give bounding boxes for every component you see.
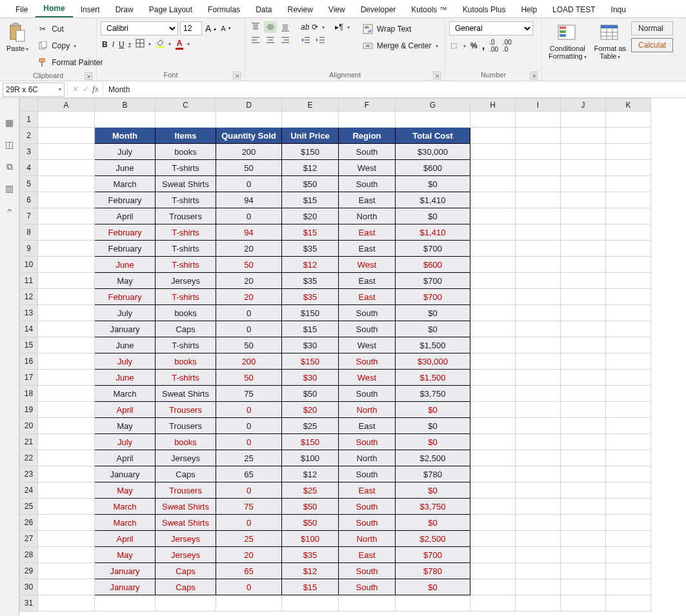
cell[interactable]: [516, 386, 561, 402]
tab-review[interactable]: Review: [279, 1, 320, 17]
row-header[interactable]: 5: [20, 176, 38, 192]
cell[interactable]: $0: [396, 176, 470, 192]
formula-bar[interactable]: Month: [103, 85, 686, 94]
cell[interactable]: [606, 595, 651, 611]
cell[interactable]: Jerseys: [156, 273, 216, 289]
cell[interactable]: [606, 305, 651, 321]
cell[interactable]: South: [339, 563, 396, 579]
cell[interactable]: [38, 224, 95, 241]
cell[interactable]: June: [95, 370, 156, 386]
cancel-formula-icon[interactable]: ✕: [72, 84, 78, 94]
tab-load-test[interactable]: LOAD TEST: [545, 1, 603, 17]
tab-file[interactable]: File: [8, 1, 35, 17]
cell[interactable]: [470, 499, 516, 515]
cell[interactable]: [38, 563, 95, 579]
cell[interactable]: [516, 482, 561, 499]
cell[interactable]: $35: [282, 241, 339, 257]
cell[interactable]: $0: [396, 482, 470, 499]
cell[interactable]: [516, 128, 561, 144]
cell[interactable]: $100: [282, 531, 339, 547]
cell[interactable]: East: [339, 192, 396, 208]
cell[interactable]: [470, 176, 516, 192]
cell[interactable]: [516, 112, 561, 128]
col-header-D[interactable]: D: [216, 99, 282, 112]
cell[interactable]: South: [339, 353, 396, 370]
cell[interactable]: 0: [216, 434, 282, 450]
cell[interactable]: T-shirts: [156, 241, 216, 257]
cell[interactable]: [561, 257, 606, 273]
select-all-corner[interactable]: [20, 99, 38, 112]
font-color-button[interactable]: A▾: [174, 38, 192, 50]
cell[interactable]: [470, 402, 516, 418]
cell[interactable]: East: [339, 273, 396, 289]
cell[interactable]: [606, 402, 651, 418]
cell[interactable]: $700: [396, 241, 470, 257]
cell[interactable]: [561, 434, 606, 450]
cell[interactable]: $2,500: [396, 531, 470, 547]
cell[interactable]: [38, 402, 95, 418]
cell[interactable]: February: [95, 241, 156, 257]
tab-draw[interactable]: Draw: [108, 1, 141, 17]
cell[interactable]: [470, 563, 516, 579]
accounting-format-button[interactable]: ⬚▾: [449, 40, 467, 52]
cell[interactable]: Caps: [156, 466, 216, 482]
cell[interactable]: [38, 515, 95, 531]
cell[interactable]: [561, 321, 606, 337]
cell[interactable]: [470, 434, 516, 450]
tab-view[interactable]: View: [321, 1, 353, 17]
cell[interactable]: $0: [396, 434, 470, 450]
cell[interactable]: [606, 579, 651, 595]
cell[interactable]: [561, 563, 606, 579]
cell[interactable]: T-shirts: [156, 192, 216, 208]
cell[interactable]: $35: [282, 547, 339, 563]
cell[interactable]: [606, 321, 651, 337]
cell[interactable]: East: [339, 482, 396, 499]
cell[interactable]: 94: [216, 192, 282, 208]
cell[interactable]: [561, 515, 606, 531]
increase-indent-button[interactable]: [314, 34, 327, 46]
cell[interactable]: [470, 144, 516, 160]
cell[interactable]: [470, 450, 516, 466]
cell[interactable]: [470, 418, 516, 434]
cell[interactable]: April: [95, 450, 156, 466]
cell[interactable]: T-shirts: [156, 224, 216, 241]
name-box[interactable]: 29R x 6C▾: [3, 83, 65, 97]
cell[interactable]: [38, 112, 95, 128]
row-header[interactable]: 27: [20, 531, 38, 547]
cell[interactable]: [561, 208, 606, 224]
cell[interactable]: 20: [216, 289, 282, 305]
cell[interactable]: Region: [339, 128, 396, 144]
cell[interactable]: Sweat Shirts: [156, 176, 216, 192]
cell[interactable]: South: [339, 386, 396, 402]
col-header-H[interactable]: H: [470, 99, 516, 112]
cell[interactable]: 0: [216, 402, 282, 418]
cell[interactable]: [606, 482, 651, 499]
cell[interactable]: $15: [282, 224, 339, 241]
cell[interactable]: $15: [282, 579, 339, 595]
align-top-button[interactable]: [249, 21, 262, 33]
cell[interactable]: [606, 563, 651, 579]
col-header-C[interactable]: C: [156, 99, 216, 112]
cell[interactable]: [38, 208, 95, 224]
dialog-launcher-icon[interactable]: ⇲: [85, 72, 92, 80]
cell[interactable]: [38, 192, 95, 208]
cell[interactable]: [516, 499, 561, 515]
cell[interactable]: [339, 112, 396, 128]
cell[interactable]: [470, 273, 516, 289]
cell[interactable]: [339, 595, 396, 611]
row-header[interactable]: 20: [20, 418, 38, 434]
cell[interactable]: [561, 531, 606, 547]
row-header[interactable]: 26: [20, 515, 38, 531]
cell[interactable]: [470, 370, 516, 386]
cell[interactable]: $0: [396, 305, 470, 321]
row-header[interactable]: 1: [20, 112, 38, 128]
align-bottom-button[interactable]: [279, 21, 292, 33]
cell[interactable]: [38, 482, 95, 499]
cell[interactable]: [38, 337, 95, 353]
align-middle-button[interactable]: [264, 21, 277, 33]
cell[interactable]: [606, 337, 651, 353]
row-header[interactable]: 15: [20, 337, 38, 353]
cell[interactable]: $30,000: [396, 144, 470, 160]
cell[interactable]: [470, 241, 516, 257]
cell[interactable]: Caps: [156, 563, 216, 579]
